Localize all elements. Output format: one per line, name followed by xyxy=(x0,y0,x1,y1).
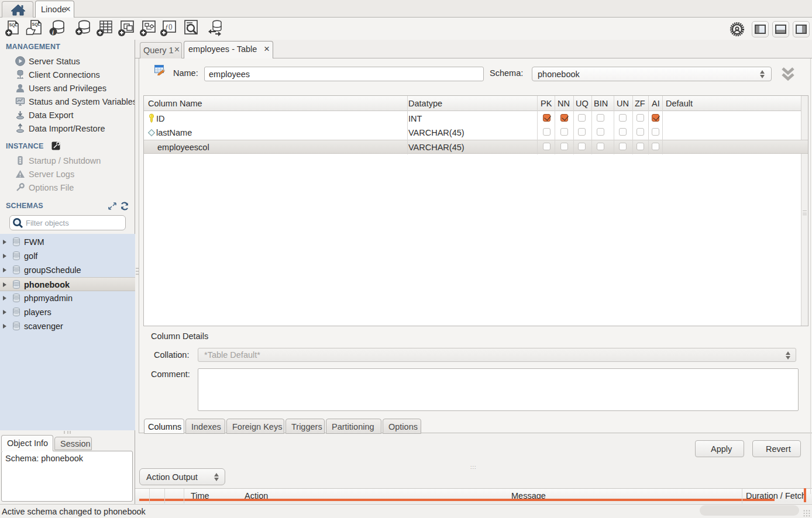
svg-text:SQL: SQL xyxy=(9,23,18,27)
svg-text:(): () xyxy=(168,23,173,30)
svg-text:i: i xyxy=(52,29,54,36)
svg-text:SQL: SQL xyxy=(32,22,41,27)
